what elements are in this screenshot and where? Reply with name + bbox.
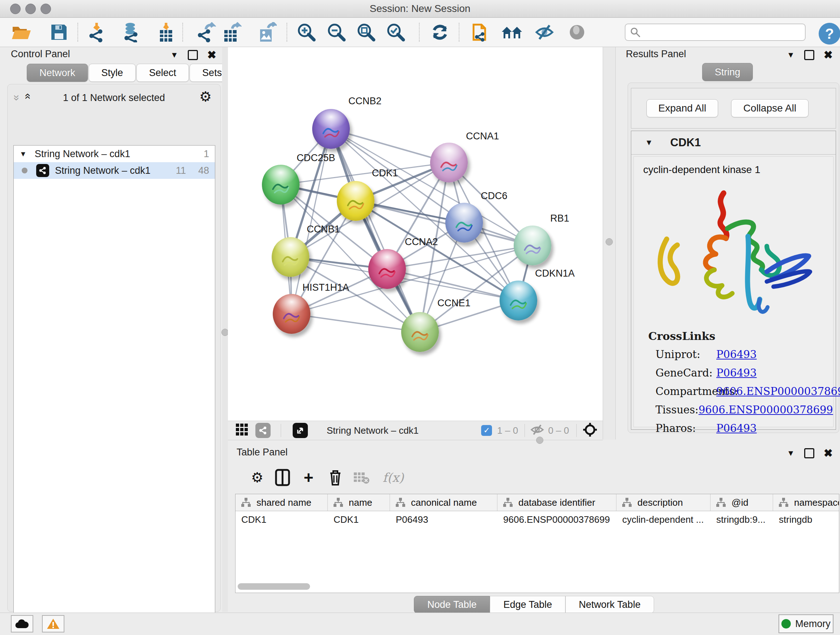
tab-select[interactable]: Select: [136, 64, 189, 82]
help-button[interactable]: ?: [819, 23, 840, 44]
search-field[interactable]: [625, 24, 806, 41]
show-columns-icon[interactable]: [271, 466, 294, 489]
tab-edge-table[interactable]: Edge Table: [490, 596, 565, 613]
table-cell[interactable]: P06493: [390, 511, 497, 528]
export-network-button[interactable]: [195, 21, 218, 44]
zoom-fit-button[interactable]: [355, 21, 378, 44]
zoom-selected-button[interactable]: [384, 21, 407, 44]
export-table-button[interactable]: [220, 21, 243, 44]
left-splitter-handle[interactable]: [221, 329, 229, 336]
column-header-database-identifier[interactable]: database identifier: [497, 494, 616, 511]
show-eye-button[interactable]: [565, 21, 589, 44]
grid-view-icon[interactable]: [235, 423, 249, 438]
entry-collapse-icon[interactable]: ▼: [645, 138, 653, 147]
network-node-cdkn1a[interactable]: [500, 280, 537, 320]
network-collection-row[interactable]: ▼ String Network – cdk1 1: [14, 146, 215, 162]
panel-collapse-icon[interactable]: ▼: [787, 50, 795, 60]
toolbar-separator: [77, 23, 78, 42]
add-column-icon[interactable]: +: [297, 466, 320, 489]
center-view-icon[interactable]: [583, 422, 598, 439]
hidden-indicator-icon[interactable]: [530, 424, 545, 437]
crosslink-link[interactable]: P06493: [716, 348, 757, 361]
refresh-button[interactable]: [428, 21, 452, 44]
import-database-button[interactable]: [120, 21, 144, 44]
network-node-cdc25b[interactable]: [262, 165, 300, 204]
collapse-all-button[interactable]: Collapse All: [731, 99, 808, 117]
network-node-hist1h1a[interactable]: [273, 294, 310, 334]
left-splitter[interactable]: [222, 47, 228, 612]
cloud-status-button[interactable]: [11, 615, 33, 632]
panel-collapse-icon[interactable]: ▼: [171, 50, 178, 60]
birdseye-toggle-icon[interactable]: [293, 423, 308, 438]
table-cell[interactable]: 9606.ENSP00000378699: [497, 511, 616, 528]
tab-style[interactable]: Style: [88, 64, 136, 82]
selected-indicator-icon[interactable]: ✓: [481, 425, 492, 436]
column-header-canonical-name[interactable]: canonical name: [390, 494, 497, 511]
column-header--id[interactable]: @id: [711, 494, 773, 511]
open-session-button[interactable]: [10, 21, 33, 44]
hide-panel-button[interactable]: [533, 21, 556, 44]
import-network-button[interactable]: [86, 21, 109, 44]
tab-node-table[interactable]: Node Table: [414, 596, 490, 613]
table-row[interactable]: CDK1CDK1P064939606.ENSP00000378699cyclin…: [235, 511, 839, 528]
tab-network-table[interactable]: Network Table: [565, 596, 654, 613]
crosslink-link[interactable]: 9606.ENSP00000378699: [716, 385, 840, 397]
gene-entry-header[interactable]: ▼ CDK1: [631, 131, 836, 155]
right-splitter[interactable]: [603, 47, 616, 440]
crosslink-link[interactable]: P06493: [716, 422, 757, 434]
crosslink-link[interactable]: 9606.ENSP00000378699: [699, 404, 833, 416]
tree-expander-icon[interactable]: ▼: [19, 150, 27, 158]
panel-float-icon[interactable]: [188, 50, 198, 60]
network-view[interactable]: CCNB2CCNA1CDC25BCDK1CDC6RB1CCNB1CCNA2CDK…: [228, 47, 603, 421]
tab-network[interactable]: Network: [27, 64, 88, 82]
protein-structure-thumbnail: [343, 189, 369, 215]
column-header-namespace[interactable]: namespace: [773, 494, 839, 511]
expand-all-button[interactable]: Expand All: [646, 99, 718, 117]
network-node-rb1[interactable]: [514, 226, 551, 265]
zoom-in-button[interactable]: [295, 21, 318, 44]
network-node-ccnb1[interactable]: [272, 237, 309, 277]
network-node-ccna2[interactable]: [368, 249, 406, 289]
panel-close-icon[interactable]: ✖: [824, 49, 833, 61]
panel-float-icon[interactable]: [804, 448, 814, 458]
network-node-cdc6[interactable]: [445, 203, 483, 242]
search-input[interactable]: [641, 27, 805, 38]
panel-close-icon[interactable]: ✖: [207, 49, 216, 61]
tab-string[interactable]: String: [702, 63, 753, 81]
panel-close-icon[interactable]: ✖: [824, 447, 833, 459]
column-header-shared-name[interactable]: shared name: [235, 494, 328, 511]
table-cell[interactable]: CDK1: [235, 511, 328, 528]
table-cell[interactable]: stringdb: [773, 511, 839, 528]
crosslink-link[interactable]: P06493: [716, 367, 757, 379]
network-edge[interactable]: [387, 269, 518, 301]
network-node-ccnb2[interactable]: [312, 109, 350, 149]
share-file-button[interactable]: [469, 21, 493, 44]
network-node-ccna1[interactable]: [430, 143, 468, 182]
table-cell[interactable]: CDK1: [328, 511, 390, 528]
table-settings-gear-icon[interactable]: ⚙: [246, 466, 268, 489]
home-network-button[interactable]: [500, 21, 523, 44]
network-edge[interactable]: [331, 129, 420, 332]
network-row-selected[interactable]: String Network – cdk1 11 48: [14, 162, 215, 179]
share-view-icon[interactable]: [256, 423, 271, 438]
network-node-cdk1[interactable]: [337, 181, 374, 221]
import-table-button[interactable]: [155, 21, 178, 44]
export-image-button[interactable]: [256, 21, 279, 44]
warning-status-button[interactable]: [42, 615, 65, 632]
column-header-name[interactable]: name: [328, 494, 390, 511]
table-cell[interactable]: cyclin-dependent ...: [616, 511, 711, 528]
column-header-description[interactable]: description: [616, 494, 711, 511]
delete-column-icon[interactable]: [324, 466, 347, 489]
network-node-ccne1[interactable]: [401, 312, 439, 352]
panel-float-icon[interactable]: [804, 50, 814, 60]
table-cell[interactable]: stringdb:9...: [711, 511, 773, 528]
panel-collapse-icon[interactable]: ▼: [787, 448, 795, 458]
right-splitter-handle[interactable]: [606, 238, 613, 245]
memory-button[interactable]: Memory: [778, 614, 834, 633]
network-edge[interactable]: [355, 201, 532, 245]
save-session-button[interactable]: [47, 21, 71, 44]
zoom-out-button[interactable]: [325, 21, 348, 44]
network-options-gear-icon[interactable]: ⚙: [199, 89, 212, 105]
table-horizontal-scrollbar[interactable]: [238, 583, 310, 590]
network-edge[interactable]: [292, 314, 420, 332]
